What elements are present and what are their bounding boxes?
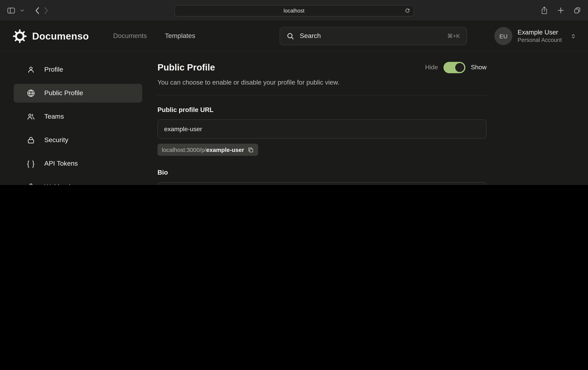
search-shortcut: ⌘+K — [447, 33, 460, 39]
address-bar[interactable]: localhost — [174, 5, 414, 16]
account-type: Personal Account — [517, 37, 562, 44]
lock-icon — [26, 136, 36, 144]
nav-documents[interactable]: Documents — [113, 32, 147, 40]
avatar: EU — [494, 27, 512, 45]
sidebar-item-public-profile[interactable]: Public Profile — [14, 84, 142, 103]
reload-icon[interactable] — [404, 8, 410, 13]
nav-templates[interactable]: Templates — [165, 32, 195, 40]
page-title: Public Profile — [158, 62, 215, 73]
sidebar-item-label: Security — [44, 136, 68, 144]
chevrons-up-down-icon — [570, 33, 576, 39]
sidebar-item-security[interactable]: Security — [14, 131, 142, 150]
braces-icon: { } — [26, 160, 36, 168]
forward-icon[interactable] — [44, 7, 48, 14]
search-label: Search — [300, 32, 321, 40]
brand[interactable]: Documenso — [13, 29, 89, 43]
account-name: Example User — [517, 28, 562, 37]
chrome-right-controls — [541, 6, 581, 15]
account-menu[interactable]: EU Example User Personal Account — [494, 27, 576, 45]
profile-url-prefix: localhost:3000/p/ — [162, 146, 206, 153]
sidebar-item-label: Profile — [44, 66, 63, 74]
documenso-logo-icon — [13, 29, 27, 43]
public-profile-url-label: Public profile URL — [158, 106, 486, 113]
sidebar-toggle-icon[interactable] — [7, 7, 15, 14]
main-nav: Documents Templates — [113, 32, 195, 40]
sidebar-item-label: API Tokens — [44, 160, 78, 168]
profile-visibility-control: Hide Show — [425, 62, 486, 73]
sidebar-item-api-tokens[interactable]: { } API Tokens — [14, 154, 142, 173]
page-subtitle: You can choose to enable or disable your… — [158, 78, 486, 87]
share-icon[interactable] — [541, 6, 548, 15]
url-text: localhost — [284, 8, 304, 14]
brand-name: Documenso — [32, 30, 89, 42]
public-profile-url-input[interactable] — [158, 119, 486, 139]
profile-url-slug: example-user — [206, 146, 244, 153]
settings-content: Public Profile Hide Show You can choose … — [158, 51, 486, 185]
sidebar-item-label: Teams — [44, 113, 64, 121]
sidebar-item-teams[interactable]: Teams — [14, 107, 142, 126]
bio-label: Bio — [158, 168, 486, 176]
search-icon — [287, 32, 294, 40]
settings-sidebar: Profile Public Profile Teams Security — [14, 60, 142, 185]
section-divider — [158, 95, 486, 95]
visibility-toggle[interactable] — [443, 62, 465, 73]
sidebar-item-label: Public Profile — [44, 89, 83, 97]
globe-icon — [26, 89, 36, 97]
browser-chrome: localhost — [0, 0, 588, 21]
browser-window: localhost — [0, 0, 588, 185]
chrome-left-controls — [7, 7, 48, 14]
webhook-icon — [26, 183, 36, 185]
users-icon — [26, 112, 36, 121]
toggle-knob — [455, 63, 464, 72]
hide-label: Hide — [425, 64, 438, 71]
user-icon — [26, 65, 36, 74]
toolbar-chevron-down-icon[interactable] — [20, 9, 24, 11]
bio-textarea[interactable]: This is an example bio. — [158, 182, 486, 185]
copy-icon[interactable] — [248, 147, 254, 153]
page-body: Profile Public Profile Teams Security — [0, 51, 588, 185]
show-label: Show — [471, 64, 486, 71]
app-header: Documenso Documents Templates Search ⌘+K… — [0, 21, 588, 51]
sidebar-item-webhooks[interactable]: Webhooks — [14, 178, 142, 185]
search-input[interactable]: Search ⌘+K — [280, 27, 467, 45]
tab-overview-icon[interactable] — [574, 7, 581, 14]
sidebar-item-profile[interactable]: Profile — [14, 60, 142, 79]
profile-url-preview: localhost:3000/p/example-user — [158, 144, 258, 156]
back-icon[interactable] — [35, 7, 39, 14]
new-tab-icon[interactable] — [557, 7, 564, 14]
sidebar-item-label: Webhooks — [44, 183, 76, 185]
